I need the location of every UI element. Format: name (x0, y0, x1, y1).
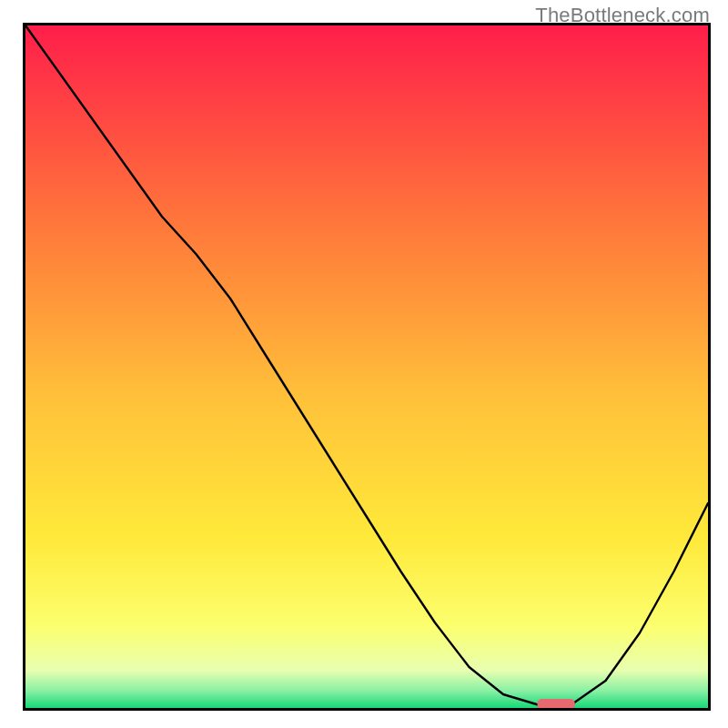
chart-container: TheBottleneck.com (0, 0, 728, 728)
bottleneck-chart (0, 0, 728, 728)
watermark-text: TheBottleneck.com (535, 4, 710, 27)
plot-background (25, 25, 708, 708)
